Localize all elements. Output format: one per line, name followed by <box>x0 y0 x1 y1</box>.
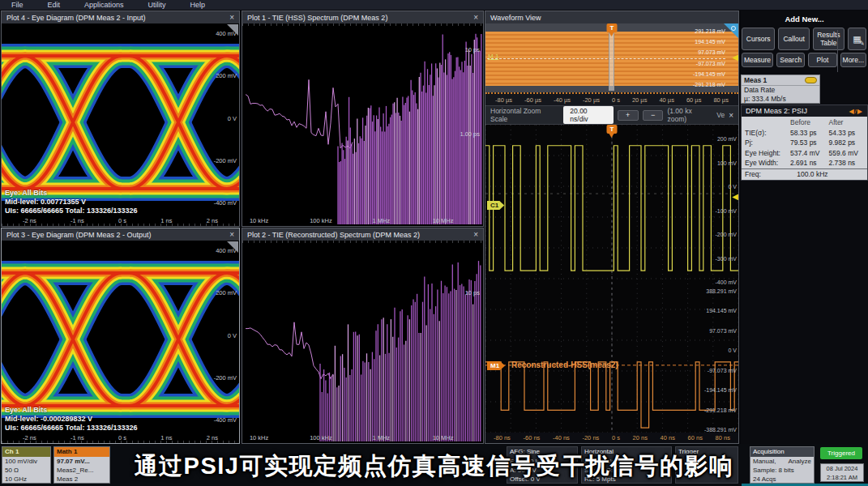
table-row: Eye Height: 537.4 mV 559.6 mV <box>742 148 867 159</box>
plot2-panel: Plot 2 - TIE (Reconstructed) Spectrum (D… <box>242 228 484 444</box>
col-before: Before <box>790 117 829 128</box>
dpm-title: DPM Meas 2: PSIJ <box>746 107 807 115</box>
close-icon[interactable]: × <box>729 111 733 120</box>
ground-marker-icon[interactable]: ◀ <box>732 193 738 201</box>
close-icon[interactable]: × <box>473 231 478 239</box>
plot3-title: Plot 3 - Eye Diagram (DPM Meas 2 - Outpu… <box>6 231 152 239</box>
menu-help[interactable]: Help <box>190 1 206 9</box>
overview-zero-line <box>487 58 725 59</box>
grid-edit-icon: ▦✎ <box>853 34 861 45</box>
ground-marker-icon[interactable]: ◀ <box>732 53 738 62</box>
overview-time-axis: -80 µs-60 µs -40 µs-20 µs 0 s20 µs 40 µs… <box>485 92 738 105</box>
meas1-type: Data Rate <box>742 86 819 95</box>
menu-bar: File Edit Applications Utility Help <box>0 0 868 10</box>
resize-handle-icon[interactable] <box>227 24 238 36</box>
subtitle-text: 通过PSIJ可实现定频点仿真高速信号受干扰信号的影响 <box>135 450 734 483</box>
plot-button[interactable]: Plot <box>808 53 836 67</box>
plot1-title-bar[interactable]: Plot 1 - TIE (HSS) Spectrum (DPM Meas 2)… <box>242 11 483 23</box>
pager-arrows-icon[interactable]: ◀/▶ <box>849 108 863 115</box>
menu-applications[interactable]: Applications <box>84 1 124 9</box>
zoom-factor-label: (1.00 kx zoom) <box>667 107 712 123</box>
trigger-marker-icon[interactable]: T <box>607 125 618 134</box>
plot3-title-bar[interactable]: Plot 3 - Eye Diagram (DPM Meas 2 - Outpu… <box>2 228 239 241</box>
overview-m1-label[interactable]: M 1 <box>488 53 498 60</box>
menu-edit[interactable]: Edit <box>48 1 61 9</box>
customize-button[interactable]: ▦✎ <box>848 28 866 50</box>
plot4-y-axis: 400 mV200 mV 0 V-200 mV -400 mV <box>214 30 237 207</box>
zoom-in-button[interactable]: + <box>618 110 639 121</box>
table-row: Pj: 79.53 ps 9.982 ps <box>742 138 867 148</box>
plot3-body: 400 mV200 mV 0 V-200 mV -400 mV Eye: All… <box>2 241 239 443</box>
dpm-freq-row: Freq: 100.0 kHz <box>742 168 867 180</box>
plot4-x-axis: -2 ns-1 ns 0 s1 ns 2 ns <box>2 217 239 224</box>
table-row: TIE(σ): 58.33 ps 54.33 ps <box>742 128 867 139</box>
waveform-view-title-bar[interactable]: Waveform View <box>485 11 738 23</box>
plot1-body: 10 ps 1.00 ps 10 kHz 100 kHz 1 MHz 10 MH… <box>242 23 483 226</box>
plot3-eye-stats: Eye: All Bits Mid-level: -0.000289832 V … <box>5 406 137 433</box>
plot1-y-label: 1.00 ps <box>460 130 480 138</box>
zoom-scale-label: Horizontal Zoom Scale <box>490 107 559 123</box>
triggered-indicator[interactable]: Triggered <box>820 447 862 459</box>
oscilloscope-app: File Edit Applications Utility Help Plot… <box>0 0 868 486</box>
callout-button[interactable]: Callout <box>778 28 810 50</box>
trigger-marker-icon[interactable]: T <box>607 23 618 32</box>
plot4-panel: Plot 4 - Eye Diagram (DPM Meas 2 - Input… <box>1 11 240 227</box>
math1-waveform-name: Reconstructed-HSS(meas2) <box>511 360 618 369</box>
meas1-value: µ: 333.4 Mb/s <box>742 95 819 104</box>
channel1-badge[interactable]: Ch 1 100 mV/div 50 Ω 10 GHz <box>2 446 51 484</box>
plot4-body: 400 mV200 mV 0 V-200 mV -400 mV Eye: All… <box>2 23 239 226</box>
dpm-table: Before After TIE(σ): 58.33 ps 54.33 ps P… <box>742 117 867 168</box>
zoom-out-button[interactable]: − <box>643 110 664 121</box>
meas1-source-icon <box>805 77 817 83</box>
plot2-title-bar[interactable]: Plot 2 - TIE (Reconstructed) Spectrum (D… <box>242 228 483 241</box>
plot4-eye-stats: Eye: All Bits Mid-level: 0.00771355 V UI… <box>5 189 137 215</box>
measure-button[interactable]: Measure <box>742 53 773 67</box>
datetime-display: 08 Jul 2024 2:18:21 AM <box>820 463 864 482</box>
more-button[interactable]: More... <box>840 53 866 67</box>
plot1-y-label: 10 ps <box>465 46 480 53</box>
plot3-panel: Plot 3 - Eye Diagram (DPM Meas 2 - Outpu… <box>1 228 240 444</box>
channel1-y-axis: 200 mV100 mV 0 V-100 mV -200 mV-300 mV -… <box>716 136 737 285</box>
acquisition-badge[interactable]: Acquisition Manual,Analyze Sample: 8 bit… <box>750 446 815 484</box>
menu-utility[interactable]: Utility <box>148 1 166 9</box>
zoom-scale-value[interactable]: 20.00 ns/div <box>563 106 613 124</box>
zoomed-time-axis: -80 ns-60 ns -40 ns-20 ns 0 s20 ns 40 ns… <box>485 433 738 443</box>
plot1-title: Plot 1 - TIE (HSS) Spectrum (DPM Meas 2) <box>247 14 387 22</box>
close-icon[interactable]: × <box>229 14 234 22</box>
search-button[interactable]: Search <box>776 53 805 67</box>
waveform-view-panel: Waveform View M 1 T 291.218 mV194.145 mV… <box>485 11 739 444</box>
zoom-window-cursor[interactable] <box>609 28 614 91</box>
plot1-panel: Plot 1 - TIE (HSS) Spectrum (DPM Meas 2)… <box>242 11 484 227</box>
dpm-results-panel[interactable]: DPM Meas 2: PSIJ ◀/▶ Before After TIE(σ)… <box>741 104 868 181</box>
zoomed-waveform-area[interactable]: T C1 M1 Reconstructed-HSS(meas2) ◀ 200 m… <box>485 125 738 433</box>
table-row: Eye Width: 2.691 ns 2.738 ns <box>742 158 867 168</box>
results-table-button[interactable]: Results Table <box>813 28 844 50</box>
close-icon[interactable]: × <box>473 14 478 22</box>
magnifier-icon <box>731 26 736 31</box>
menu-file[interactable]: File <box>11 1 24 9</box>
plot4-title-bar[interactable]: Plot 4 - Eye Diagram (DPM Meas 2 - Input… <box>2 11 239 23</box>
divider <box>837 30 838 72</box>
math1-badge[interactable]: Math 1 97.07 mV... Meas2_Re... Meas 2 <box>53 446 110 484</box>
horizontal-zoom-bar: Horizontal Zoom Scale 20.00 ns/div + − (… <box>485 105 738 125</box>
col-after: After <box>829 117 868 128</box>
plot3-y-axis: 400 mV200 mV 0 V-200 mV -400 mV <box>214 247 237 424</box>
zoom-extra-label: Ve <box>716 111 725 119</box>
add-new-header: Add New... <box>741 11 868 25</box>
plot2-y-label: 10 ps <box>465 289 480 296</box>
meas1-badge[interactable]: Meas 1 Data Rate µ: 333.4 Mb/s <box>741 75 820 104</box>
resize-handle-icon[interactable] <box>227 241 238 253</box>
overview-y-axis: 291.218 mV194.145 mV 97.073 mV-97.073 mV… <box>693 28 725 87</box>
math1-y-axis: 388.291 mV194.145 mV 97.073 mV0 V -97.07… <box>704 288 737 433</box>
plot3-x-axis: -2 ns-1 ns 0 s1 ns 2 ns <box>2 434 239 441</box>
plot2-title: Plot 2 - TIE (Reconstructed) Spectrum (D… <box>247 231 420 239</box>
right-control-panel: Add New... Cursors Callout Results Table… <box>741 11 868 444</box>
zoom-overview-icon[interactable] <box>724 23 738 38</box>
waveform-view-title: Waveform View <box>490 14 541 22</box>
plot2-body: 10 ps 10 kHz 100 kHz 1 MHz 10 MHz <box>242 241 483 443</box>
meas1-title: Meas 1 <box>744 76 767 84</box>
plot4-title: Plot 4 - Eye Diagram (DPM Meas 2 - Input… <box>6 14 146 22</box>
close-icon[interactable]: × <box>229 231 234 239</box>
waveform-overview[interactable]: M 1 T 291.218 mV194.145 mV 97.073 mV-97.… <box>485 23 738 92</box>
cursors-button[interactable]: Cursors <box>742 28 775 50</box>
